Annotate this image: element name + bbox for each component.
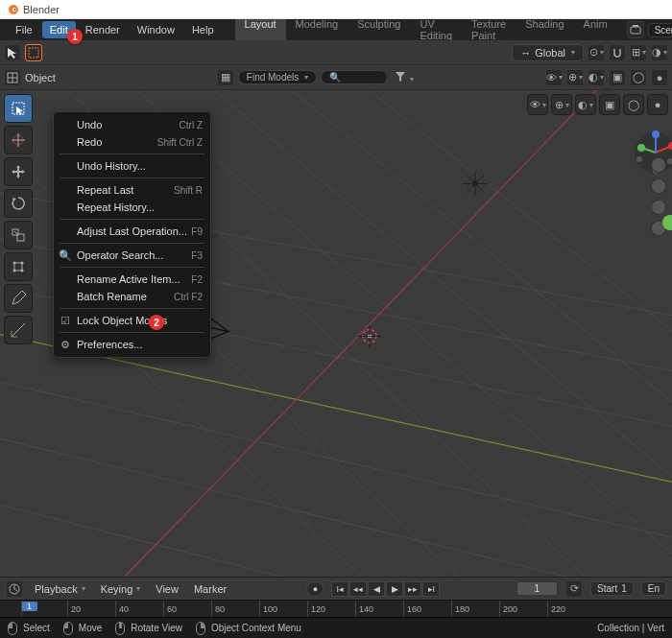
proportional-edit-dropdown[interactable]: ◑	[651, 44, 668, 61]
timeline-ruler[interactable]: 1 20406080100120140160180200220	[0, 600, 672, 617]
menu-rename-active[interactable]: Rename Active Item...F2	[54, 271, 210, 288]
jump-prev-key-button[interactable]: ◂◂	[349, 581, 367, 597]
zoom-gizmo[interactable]	[651, 157, 666, 173]
play-reverse-button[interactable]: ◀	[368, 581, 385, 597]
marker-menu[interactable]: Marker	[190, 581, 230, 597]
top-menubar: File Edit Render Window Help Layout Mode…	[0, 19, 672, 40]
tool-annotate[interactable]	[4, 284, 33, 313]
ruler-tick: 220	[547, 601, 565, 617]
xray-toggle[interactable]: ▣	[609, 69, 626, 86]
status-select: Select	[8, 622, 50, 635]
viewport-3d[interactable]: 👁 ⊕ ◐ ▣ ◯ ●	[0, 90, 672, 577]
snap-toggle[interactable]	[609, 44, 626, 61]
orientation-label: Global	[535, 47, 565, 59]
menu-window[interactable]: Window	[130, 21, 182, 38]
mode-dropdown[interactable]: Object	[25, 72, 56, 83]
end-frame-field[interactable]: En	[641, 581, 666, 596]
ruler-tick: 140	[355, 601, 373, 617]
pivot-dropdown[interactable]: ⊙	[588, 44, 605, 61]
scene-name-field[interactable]: Scene	[648, 23, 672, 37]
playback-menu[interactable]: Playback	[31, 581, 89, 597]
view-menu[interactable]: View	[152, 581, 182, 597]
menu-redo[interactable]: RedoShift Ctrl Z	[54, 133, 210, 151]
svg-point-18	[652, 130, 660, 138]
search-icon: 🔍	[329, 72, 341, 83]
play-button[interactable]: ▶	[386, 581, 403, 597]
cursor-tool-icon[interactable]	[4, 44, 21, 61]
ruler-tick: 20	[67, 601, 81, 617]
status-info: Collection | Vert	[597, 623, 664, 633]
scene-browse-button[interactable]	[627, 21, 644, 38]
svg-line-64	[14, 589, 17, 591]
callout-badge-2: 2	[149, 315, 164, 330]
tool-cursor[interactable]	[4, 126, 33, 154]
menu-render[interactable]: Render	[78, 21, 128, 38]
svg-point-30	[13, 262, 16, 265]
transform-orientation-dropdown[interactable]: ↔ Global	[512, 44, 584, 61]
find-models-icon[interactable]: ▦	[217, 69, 234, 86]
ruler-tick: 180	[451, 601, 469, 617]
search-icon: 🔍	[59, 249, 72, 262]
solid-shading[interactable]: ●	[651, 69, 668, 86]
editor-type-icon[interactable]	[4, 69, 21, 86]
timeline-editor-icon[interactable]	[6, 580, 23, 598]
show-overlays-dropdown[interactable]: 👁	[545, 69, 563, 86]
edit-menu-dropdown: UndoCtrl Z RedoShift Ctrl Z Undo History…	[53, 111, 211, 358]
ruler-tick: 100	[259, 601, 277, 617]
tool-scale[interactable]	[4, 221, 33, 249]
shading-dropdown[interactable]: ◐	[588, 69, 605, 86]
find-models-dropdown[interactable]: Find Models	[238, 70, 317, 84]
menu-adjust-last-op[interactable]: Adjust Last Operation...F9	[54, 223, 210, 240]
pan-gizmo[interactable]	[651, 178, 666, 194]
jump-end-button[interactable]: ▸I	[422, 581, 440, 597]
view-wireframe[interactable]: ◯	[623, 94, 644, 115]
menu-operator-search[interactable]: 🔍Operator Search...F3	[54, 247, 210, 264]
tool-rotate[interactable]	[4, 189, 33, 218]
snap-target-dropdown[interactable]: ⊞	[630, 44, 647, 61]
menu-preferences[interactable]: ⚙Preferences...	[54, 336, 210, 353]
frame-range-lock[interactable]: ⟳	[565, 580, 583, 598]
camera-gizmo[interactable]	[651, 200, 666, 215]
menu-batch-rename[interactable]: Batch RenameCtrl F2	[54, 288, 210, 305]
menu-help[interactable]: Help	[184, 21, 222, 38]
menu-lock-object-modes[interactable]: ☑Lock Object Modes	[54, 312, 210, 329]
menu-undo[interactable]: UndoCtrl Z	[54, 116, 210, 133]
select-box-icon[interactable]	[25, 44, 42, 61]
panel-handle[interactable]	[662, 215, 672, 230]
tool-move[interactable]	[4, 157, 33, 186]
ruler-tick: 80	[211, 601, 225, 617]
tool-transform[interactable]	[4, 252, 33, 281]
view-object-types[interactable]: 👁	[527, 94, 548, 115]
current-frame-field[interactable]: 1	[516, 581, 559, 596]
jump-next-key-button[interactable]: ▸▸	[404, 581, 421, 597]
playback-controls: ● I◂ ◂◂ ◀ ▶ ▸▸ ▸I	[306, 581, 440, 597]
tool-measure[interactable]	[4, 316, 33, 344]
filter-dropdown[interactable]	[392, 70, 418, 85]
auto-keying-toggle[interactable]: ●	[306, 581, 324, 597]
status-bar: Select Move Rotate View Object Context M…	[0, 617, 672, 638]
view-xray[interactable]: ▣	[599, 94, 620, 115]
ruler-tick	[21, 601, 25, 617]
ruler-tick: 160	[403, 601, 421, 617]
keying-menu[interactable]: Keying	[97, 581, 145, 597]
mouse-right-icon	[196, 622, 205, 635]
menu-undo-history[interactable]: Undo History...	[54, 157, 210, 175]
checkbox-icon: ☑	[59, 315, 72, 327]
svg-point-33	[21, 270, 24, 272]
tool-select-box[interactable]	[4, 94, 33, 123]
menu-repeat-history[interactable]: Repeat History...	[54, 199, 210, 216]
view-overlay-options[interactable]: ◐	[575, 94, 596, 115]
menu-file[interactable]: File	[8, 21, 40, 38]
jump-start-button[interactable]: I◂	[331, 581, 348, 597]
search-field[interactable]: 🔍	[321, 70, 388, 84]
status-move: Move	[63, 622, 102, 635]
start-frame-field[interactable]: Start 1	[590, 581, 634, 596]
show-gizmo-dropdown[interactable]: ⊕	[566, 69, 584, 86]
svg-point-19	[636, 156, 642, 162]
callout-badge-1: 1	[67, 29, 83, 44]
menu-repeat-last[interactable]: Repeat LastShift R	[54, 181, 210, 199]
wireframe-shading[interactable]: ◯	[630, 69, 647, 86]
view-gizmo-options[interactable]: ⊕	[551, 94, 572, 115]
window-title: Blender	[23, 4, 60, 15]
view-solid[interactable]: ●	[647, 94, 668, 115]
